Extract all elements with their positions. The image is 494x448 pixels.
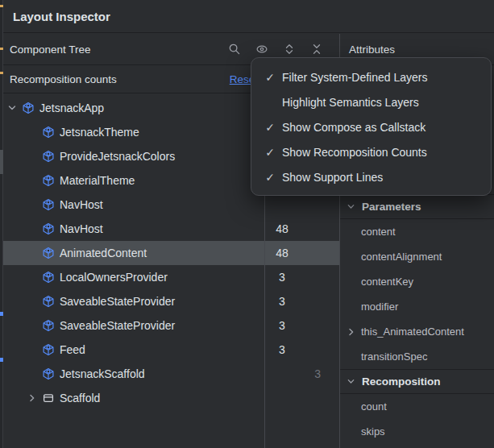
tree-node-label: MaterialTheme xyxy=(60,174,135,187)
compose-node-icon xyxy=(42,174,55,187)
compose-node-icon xyxy=(42,319,55,332)
tree-row-LocalOwnersProvider[interactable]: LocalOwnersProvider 3 xyxy=(0,265,339,289)
chevron-right-icon[interactable] xyxy=(25,393,39,403)
compose-node-icon xyxy=(42,247,55,259)
tree-row-NavHost[interactable]: NavHost 48 xyxy=(0,217,339,241)
tree-node-label: Scaffold xyxy=(60,392,100,404)
window-titlebar: Layout Inspector xyxy=(3,0,494,33)
attr-item-modifier[interactable]: modifier xyxy=(340,294,494,319)
stripe-mark xyxy=(0,150,3,174)
attr-item-label: count xyxy=(340,400,387,413)
attr-item-label: contentAlignment xyxy=(340,251,442,263)
recomposition-count: 3 xyxy=(263,343,301,356)
attr-section-parameters[interactable]: Parameters xyxy=(340,194,494,219)
recomposition-count: 48 xyxy=(263,247,301,259)
collapse-all-icon[interactable] xyxy=(310,43,323,56)
stripe-mark xyxy=(0,358,3,362)
tree-node-label: LocalOwnersProvider xyxy=(60,271,168,284)
stripe-mark xyxy=(0,48,3,50)
chevron-down-icon xyxy=(347,202,356,212)
checkmark-icon: ✓ xyxy=(262,121,278,134)
tree-chevron-slot xyxy=(25,272,39,282)
menu-item-label: Show Compose as Callstack xyxy=(282,121,426,134)
tree-chevron-slot xyxy=(25,224,39,234)
tree-row-Scaffold[interactable]: Scaffold xyxy=(0,386,339,410)
attr-item-contentKey[interactable]: contentKey xyxy=(340,269,494,294)
expand-all-icon[interactable] xyxy=(283,43,296,56)
compose-node-icon xyxy=(42,126,55,139)
menu-item-show-recomposition-counts[interactable]: ✓ Show Recomposition Counts xyxy=(251,139,491,164)
recomposition-count: 3 xyxy=(263,319,301,332)
menu-item-show-support-lines[interactable]: ✓ Show Support Lines xyxy=(251,164,491,189)
attr-item-count[interactable]: count xyxy=(340,394,494,419)
menu-item-highlight-semantics-layers[interactable]: Highlight Semantics Layers xyxy=(251,89,491,114)
recomposition-count: 3 xyxy=(263,271,301,284)
view-options-eye-icon[interactable] xyxy=(255,43,268,56)
tree-row-SaveableStateProvider[interactable]: SaveableStateProvider 3 xyxy=(0,313,339,338)
tree-node-label: ProvideJetsnackColors xyxy=(60,150,175,163)
attr-item-label: skips xyxy=(340,425,385,438)
page-title: Layout Inspector xyxy=(13,10,110,23)
tree-node-label: JetsnackTheme xyxy=(60,126,139,139)
stripe-mark xyxy=(0,312,3,316)
menu-item-label: Show Recomposition Counts xyxy=(282,146,427,159)
tree-row-SaveableStateProvider[interactable]: SaveableStateProvider 3 xyxy=(0,289,339,313)
attr-section-title: Recomposition xyxy=(362,375,441,388)
menu-item-filter-system-defined-layers[interactable]: ✓ Filter System-Defined Layers xyxy=(251,64,491,89)
recomposition-skips: 3 xyxy=(300,367,321,380)
attr-section-recomposition[interactable]: Recomposition xyxy=(340,369,494,394)
attr-item-skips[interactable]: skips xyxy=(340,419,494,444)
attr-item-this_AnimatedContent[interactable]: this_AnimatedContent xyxy=(340,319,494,344)
chevron-down-icon[interactable] xyxy=(5,103,19,113)
attr-item-transitionSpec[interactable]: transitionSpec xyxy=(340,344,494,369)
tree-node-label: JetsnackApp xyxy=(39,102,104,114)
menu-item-label: Filter System-Defined Layers xyxy=(282,71,428,84)
compose-node-icon xyxy=(42,367,55,380)
compose-node-icon xyxy=(42,295,55,308)
attr-item-label: transitionSpec xyxy=(340,351,427,363)
tree-chevron-slot xyxy=(25,345,39,355)
tree-node-label: NavHost xyxy=(60,198,103,211)
search-icon[interactable] xyxy=(228,43,241,56)
tree-chevron-slot xyxy=(25,176,39,185)
tree-node-label: AnimatedContent xyxy=(60,247,147,259)
attr-item-content[interactable]: content xyxy=(340,219,494,244)
tree-row-JetsnackScaffold[interactable]: JetsnackScaffold 3 xyxy=(0,362,339,386)
menu-item-label: Show Support Lines xyxy=(282,171,383,184)
compose-node-icon xyxy=(42,198,55,211)
tree-chevron-slot xyxy=(25,127,39,137)
component-tree-title: Component Tree xyxy=(10,44,91,56)
tree-row-AnimatedContent[interactable]: AnimatedContent 48 xyxy=(0,241,339,265)
recomposition-counts-label: Recomposition counts xyxy=(10,73,117,85)
tree-chevron-slot xyxy=(25,297,39,306)
view-options-menu: ✓ Filter System-Defined Layers Highlight… xyxy=(251,57,492,196)
tree-node-label: Feed xyxy=(60,343,85,356)
editor-error-stripe xyxy=(0,0,3,448)
chevron-right-icon xyxy=(347,327,356,337)
tree-chevron-slot xyxy=(25,248,39,258)
attr-item-label: modifier xyxy=(340,301,398,313)
compose-node-icon xyxy=(22,102,35,114)
tree-chevron-slot xyxy=(25,151,39,161)
menu-item-show-compose-as-callstack[interactable]: ✓ Show Compose as Callstack xyxy=(251,114,491,139)
chevron-down-icon xyxy=(347,377,356,387)
checkmark-icon: ✓ xyxy=(262,146,278,159)
menu-item-label: Highlight Semantics Layers xyxy=(282,96,419,109)
checkmark-icon: ✓ xyxy=(262,171,278,184)
attr-item-label: content xyxy=(340,226,396,238)
tree-row-Feed[interactable]: Feed 3 xyxy=(0,338,339,362)
tree-chevron-slot xyxy=(25,369,39,379)
attr-item-contentAlignment[interactable]: contentAlignment xyxy=(340,244,494,269)
tree-chevron-slot xyxy=(25,200,39,209)
stripe-mark xyxy=(0,5,3,7)
tree-row-NavHost[interactable]: NavHost xyxy=(0,193,339,217)
recomposition-count: 48 xyxy=(263,222,301,235)
attr-item-label: contentKey xyxy=(340,276,413,288)
component-tree-toolbar xyxy=(228,43,339,56)
compose-node-icon xyxy=(42,222,55,235)
compose-node-icon xyxy=(42,150,55,163)
compose-node-icon xyxy=(42,343,55,356)
tree-node-label: NavHost xyxy=(60,222,103,235)
attributes-title: Attributes xyxy=(349,44,395,56)
compose-node-icon xyxy=(42,271,55,284)
